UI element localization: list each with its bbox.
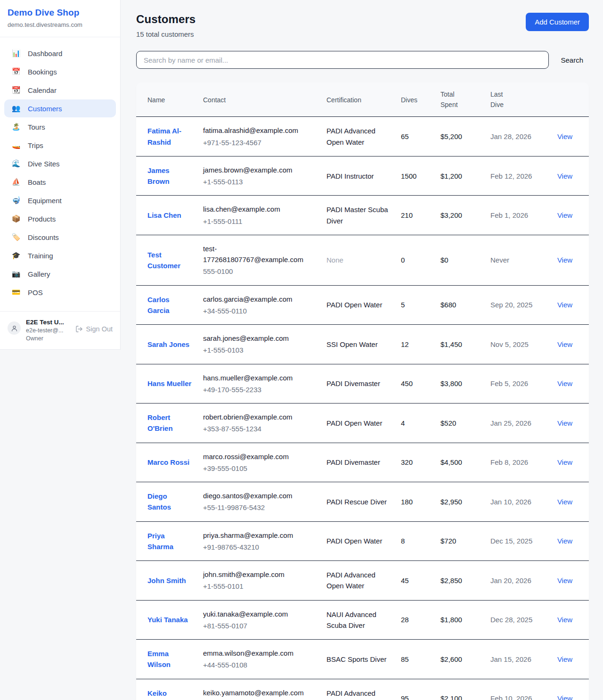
contact-cell: priya.sharma@example.com+91-98765-43210 [197, 521, 321, 561]
view-link[interactable]: View [557, 172, 572, 180]
certification: PADI Master Scuba Diver [321, 196, 395, 235]
view-link[interactable]: View [557, 694, 572, 700]
view-link[interactable]: View [557, 458, 572, 466]
dives-count: 320 [395, 443, 435, 482]
customer-email: lisa.chen@example.com [203, 204, 315, 214]
sidebar-item-customers[interactable]: 👥Customers [4, 99, 116, 117]
total-spent: $4,500 [435, 443, 485, 482]
sign-out-button[interactable]: Sign Out [75, 325, 113, 333]
sidebar-item-boats[interactable]: ⛵Boats [4, 173, 116, 191]
sidebar-item-calendar[interactable]: 📆Calendar [4, 81, 116, 99]
column-header-dives: Dives [395, 82, 435, 117]
customer-email: keiko.yamamoto@example.com [203, 687, 315, 698]
sidebar-item-equipment[interactable]: 🤿Equipment [4, 191, 116, 209]
view-link[interactable]: View [557, 301, 572, 309]
customer-name-link[interactable]: Hans Mueller [147, 379, 191, 387]
search-input[interactable] [136, 51, 549, 69]
main-content: Customers 15 total customers Add Custome… [121, 0, 603, 700]
sidebar-item-trips[interactable]: 🚤Trips [4, 136, 116, 154]
sidebar-item-dashboard[interactable]: 📊Dashboard [4, 44, 116, 62]
sidebar-item-tours[interactable]: 🏝️Tours [4, 118, 116, 136]
view-link[interactable]: View [557, 537, 572, 545]
table-body: Fatima Al-Rashidfatima.alrashid@example.… [136, 117, 589, 700]
total-spent: $0 [435, 235, 485, 285]
table-row: Lisa Chenlisa.chen@example.com+1-555-011… [136, 196, 589, 235]
customer-name-link[interactable]: Robert O'Brien [147, 413, 173, 432]
table-row: Robert O'Brienrobert.obrien@example.com+… [136, 404, 589, 443]
customer-name-link[interactable]: John Smith [147, 576, 186, 585]
sidebar-item-products[interactable]: 📦Products [4, 210, 116, 228]
customer-name-link[interactable]: Marco Rossi [147, 458, 189, 466]
sidebar-item-pos[interactable]: 💳POS [4, 283, 116, 301]
table-row: Keiko Yamamotokeiko.yamamoto@example.com… [136, 679, 589, 700]
contact-cell: diego.santos@example.com+55-11-99876-543… [197, 482, 321, 522]
dives-count: 5 [395, 285, 435, 325]
customer-name-link[interactable]: Fatima Al-Rashid [147, 127, 181, 146]
dives-count: 65 [395, 117, 435, 156]
view-link[interactable]: View [557, 655, 572, 663]
certification: NAUI Advanced Scuba Diver [321, 600, 395, 640]
customer-phone: +81-555-0107 [203, 620, 315, 631]
sidebar: Demo Dive Shop demo.test.divestreams.com… [0, 0, 121, 350]
view-link[interactable]: View [557, 256, 572, 264]
view-link[interactable]: View [557, 340, 572, 348]
sidebar-item-training[interactable]: 🎓Training [4, 247, 116, 264]
sidebar-item-dive-sites[interactable]: 🌊Dive Sites [4, 155, 116, 173]
add-customer-button[interactable]: Add Customer [526, 13, 589, 31]
search-button[interactable]: Search [555, 52, 589, 68]
table-row: Emma Wilsonemma.wilson@example.com+44-55… [136, 640, 589, 679]
sidebar-item-bookings[interactable]: 📅Bookings [4, 63, 116, 81]
dives-count: 210 [395, 196, 435, 235]
gallery-icon: 📷 [11, 270, 21, 278]
certification: SSI Open Water [321, 325, 395, 364]
view-link[interactable]: View [557, 576, 572, 585]
sidebar-item-label: Bookings [28, 68, 57, 76]
view-link[interactable]: View [557, 616, 572, 624]
view-link[interactable]: View [557, 132, 572, 140]
customer-name-link[interactable]: Carlos Garcia [147, 296, 170, 314]
customer-name-link[interactable]: Test Customer [147, 251, 180, 270]
customer-phone: +55-11-99876-5432 [203, 502, 315, 513]
person-icon [11, 325, 18, 332]
customer-phone: +49-170-555-2233 [203, 384, 315, 395]
table-row: Carlos Garciacarlos.garcia@example.com+3… [136, 285, 589, 325]
view-link[interactable]: View [557, 211, 572, 219]
view-link[interactable]: View [557, 498, 572, 506]
customer-email: test-1772681807767@example.com [203, 243, 315, 265]
shop-title: Demo Dive Shop [8, 8, 113, 18]
table-row: Diego Santosdiego.santos@example.com+55-… [136, 482, 589, 522]
contact-cell: james.brown@example.com+1-555-0113 [197, 156, 321, 196]
column-header-total-spent: Total Spent [435, 82, 485, 117]
last-dive-date: Jan 28, 2026 [485, 117, 540, 156]
pos-icon: 💳 [11, 288, 21, 296]
view-link[interactable]: View [557, 419, 572, 427]
page-header: Customers 15 total customers Add Custome… [136, 13, 589, 38]
customer-name-link[interactable]: Emma Wilson [147, 650, 171, 668]
sidebar-item-discounts[interactable]: 🏷️Discounts [4, 228, 116, 246]
last-dive-date: Jan 15, 2026 [485, 640, 540, 679]
sign-out-icon [75, 325, 83, 333]
customer-email: hans.mueller@example.com [203, 372, 315, 383]
customer-phone: 555-0100 [203, 266, 315, 277]
customers-icon: 👥 [11, 104, 21, 113]
sidebar-item-label: Dashboard [28, 49, 62, 58]
customer-email: sarah.jones@example.com [203, 333, 315, 344]
certification: PADI Advanced Open Water [321, 117, 395, 156]
customer-name-link[interactable]: Keiko Yamamoto [147, 689, 183, 700]
customer-name-link[interactable]: Diego Santos [147, 492, 171, 511]
sidebar-item-gallery[interactable]: 📷Gallery [4, 265, 116, 283]
last-dive-date: Sep 20, 2025 [485, 285, 540, 325]
customer-email: robert.obrien@example.com [203, 412, 315, 422]
customer-name-link[interactable]: James Brown [147, 166, 170, 185]
view-link[interactable]: View [557, 379, 572, 387]
total-spent: $1,450 [435, 325, 485, 364]
sidebar-item-label: Calendar [28, 86, 57, 94]
dives-count: 95 [395, 679, 435, 700]
customer-name-link[interactable]: Priya Sharma [147, 532, 173, 551]
customer-name-link[interactable]: Sarah Jones [147, 340, 189, 348]
user-name: E2E Test U... [26, 319, 64, 326]
discounts-icon: 🏷️ [11, 233, 21, 241]
total-spent: $2,850 [435, 561, 485, 601]
customer-name-link[interactable]: Yuki Tanaka [147, 616, 188, 624]
customer-name-link[interactable]: Lisa Chen [147, 211, 181, 219]
